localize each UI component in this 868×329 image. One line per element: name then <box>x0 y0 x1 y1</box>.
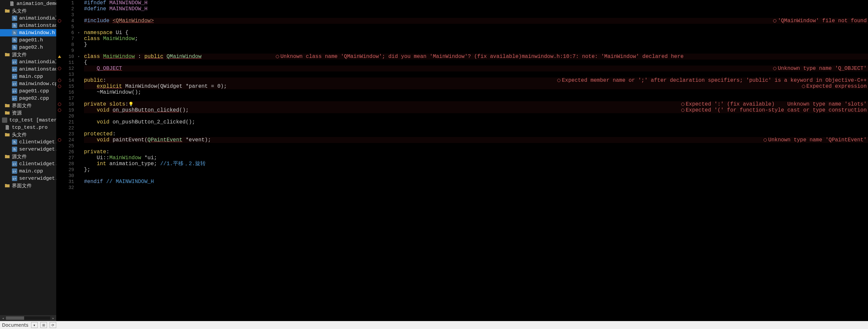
tree-item[interactable]: 界面文件 <box>0 102 56 109</box>
gutter-fold[interactable]: ▾▾ <box>76 0 81 321</box>
gutter-mark <box>56 143 63 149</box>
code-text: private: <box>84 149 110 155</box>
code-line[interactable]: namespace Ui { <box>84 30 868 36</box>
tree-item[interactable]: tcp_test [master] <box>0 116 56 124</box>
inline-diagnostic[interactable]: Unknown type name 'QPaintEvent' <box>764 137 867 143</box>
code-line[interactable] <box>84 24 868 30</box>
tree-item[interactable]: hanimationdialog <box>0 15 56 22</box>
fold-toggle <box>76 6 81 12</box>
tree-item[interactable]: c+page02.cpp <box>0 95 56 102</box>
code-line[interactable] <box>84 125 868 131</box>
fold-toggle[interactable]: ▾ <box>76 30 81 36</box>
code-text: void paintEvent(QPaintEvent *event); <box>84 137 211 143</box>
code-line[interactable]: Q_OBJECTUnknown type name 'Q_OBJECT' <box>84 65 868 72</box>
tree-item[interactable]: 头文件 <box>0 7 56 15</box>
tree-item[interactable]: 源文件 <box>0 153 56 160</box>
code-line[interactable] <box>84 48 868 54</box>
tree-item[interactable]: c+main.cpp <box>0 167 56 175</box>
tree-item[interactable]: 源文件 <box>0 51 56 58</box>
tree-item[interactable]: c+main.cpp <box>0 73 56 80</box>
code-line[interactable]: { <box>84 60 868 65</box>
code-line[interactable]: Ui::MainWindow *ui; <box>84 155 868 161</box>
svg-text:h: h <box>13 147 16 152</box>
tree-item[interactable]: c+serverwidget.cp <box>0 175 56 182</box>
tree-item[interactable]: tcp_test.pro <box>0 124 56 131</box>
tree-item[interactable]: animation_demo.pr <box>0 0 56 7</box>
error-icon <box>58 138 61 142</box>
tree-item[interactable]: c+page01.cpp <box>0 87 56 95</box>
code-line[interactable]: void on_pushButton_clicked();Expected '(… <box>84 107 868 113</box>
code-line[interactable]: int animation_type; //1.平移，2.旋转 <box>84 161 868 167</box>
error-icon <box>58 79 61 82</box>
code-line[interactable]: #define MAINWINDOW_H <box>84 6 868 12</box>
tree-item[interactable]: hpage01.h <box>0 36 56 44</box>
fold-toggle[interactable]: ▾ <box>76 54 81 60</box>
code-line[interactable] <box>84 173 868 179</box>
code-line[interactable]: private: <box>84 149 868 155</box>
svg-rect-22 <box>2 117 7 123</box>
sidebar-hscroll[interactable]: ◂ ▸ <box>0 315 56 321</box>
code-line[interactable]: #ifndef MAINWINDOW_H <box>84 0 868 6</box>
code-line[interactable] <box>84 95 868 101</box>
code-line[interactable]: #include <QMainWindow>'QMainWindow' file… <box>84 18 868 24</box>
tree-item[interactable]: c+animationstacke <box>0 65 56 73</box>
tree-item[interactable]: 资源 <box>0 109 56 116</box>
inline-diagnostic[interactable]: Expected member name or ';' after declar… <box>557 78 867 83</box>
inline-diagnostic[interactable]: Expected expression <box>802 83 867 89</box>
status-sync-icon[interactable]: ⟳ <box>50 322 56 328</box>
code-line[interactable]: }; <box>84 167 868 173</box>
tree-item[interactable]: hpage02.h <box>0 44 56 51</box>
code-line[interactable]: explicit MainWindow(QWidget *parent = 0)… <box>84 83 868 89</box>
project-tree[interactable]: animation_demo.pr头文件hanimationdialoghani… <box>0 0 56 315</box>
inline-diagnostic[interactable]: Unknown type name 'Q_OBJECT' <box>773 65 867 72</box>
gutter-mark <box>56 0 63 6</box>
fold-toggle <box>76 60 81 65</box>
code-area[interactable]: #ifndef MAINWINDOW_H#define MAINWINDOW_H… <box>81 0 868 321</box>
code-line[interactable]: ~MainWindow(); <box>84 89 868 95</box>
tree-item[interactable]: hanimationstacke <box>0 22 56 29</box>
code-text: explicit MainWindow(QWidget *parent = 0)… <box>84 83 227 89</box>
inline-diagnostic[interactable]: 'QMainWindow' file not found <box>773 18 867 24</box>
inline-diagnostic[interactable]: Expected '(' for function-style cast or … <box>681 107 867 113</box>
tree-item[interactable]: c+mainwindow.cpp <box>0 80 56 87</box>
gutter-mark <box>56 54 63 60</box>
code-text: }; <box>84 167 90 173</box>
tree-item[interactable]: hmainwindow.h <box>0 29 56 36</box>
scroll-thumb[interactable] <box>6 317 24 320</box>
code-line[interactable] <box>84 143 868 149</box>
code-line[interactable]: class MainWindow : public QMainWindowUnk… <box>84 54 868 60</box>
hfile-icon: h <box>12 45 17 50</box>
code-line[interactable] <box>84 12 868 18</box>
status-split-icon[interactable]: ⊞ <box>40 322 47 328</box>
code-editor[interactable]: 1234567891011121314151617181920212223242… <box>56 0 868 321</box>
status-dropdown-icon[interactable]: ▾ <box>31 322 38 328</box>
code-line[interactable]: private slots:💡Expected ':' (fix availab… <box>84 101 868 107</box>
code-line[interactable]: public:Expected member name or ';' after… <box>84 78 868 83</box>
gutter-mark <box>56 30 63 36</box>
inline-diagnostic[interactable]: Unknown class name 'QMainWindow'; did yo… <box>276 54 867 60</box>
code-line[interactable] <box>84 113 868 119</box>
gutter-mark <box>56 101 63 107</box>
tree-item[interactable]: 界面文件 <box>0 182 56 189</box>
code-line[interactable]: class MainWindow; <box>84 36 868 42</box>
code-line[interactable] <box>84 185 868 191</box>
tree-item[interactable]: c+animationdialog <box>0 58 56 65</box>
fold-toggle <box>76 155 81 161</box>
tree-item-label: main.cpp <box>19 74 56 79</box>
inline-diagnostic[interactable]: Expected ':' (fix available) Unknown typ… <box>681 101 867 107</box>
tree-item[interactable]: 头文件 <box>0 131 56 138</box>
code-line[interactable]: void on_pushButton_2_clicked(); <box>84 119 868 125</box>
code-line[interactable]: protected: <box>84 131 868 137</box>
code-line[interactable]: #endif // MAINWINDOW_H <box>84 179 868 185</box>
tree-item[interactable]: hclientwidget.h <box>0 138 56 146</box>
status-mode[interactable]: Documents <box>2 322 28 328</box>
scroll-left-icon[interactable]: ◂ <box>0 315 6 321</box>
tree-item[interactable]: hserverwidget.h <box>0 146 56 153</box>
code-text: int animation_type; //1.平移，2.旋转 <box>84 161 206 167</box>
code-line[interactable]: } <box>84 42 868 48</box>
hfile-icon: h <box>12 147 17 152</box>
scroll-right-icon[interactable]: ▸ <box>50 315 56 321</box>
code-line[interactable]: void paintEvent(QPaintEvent *event);Unkn… <box>84 137 868 143</box>
tree-item[interactable]: c+clientwidget.cpp <box>0 160 56 167</box>
code-line[interactable] <box>84 72 868 78</box>
